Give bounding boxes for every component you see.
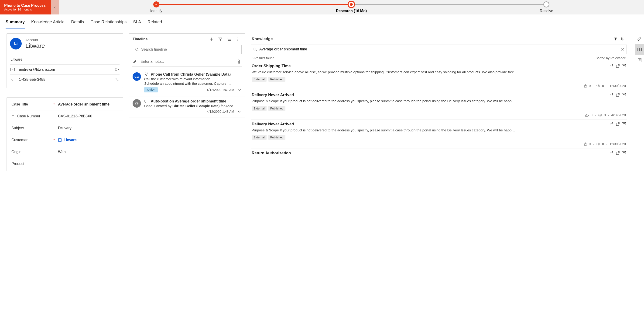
thumbs-up-icon[interactable]: [584, 84, 587, 88]
knowledge-item-snippet: Purpose & Scope If your product is not d…: [252, 99, 626, 103]
popout-icon[interactable]: [616, 64, 620, 68]
stage-label: Research (16 Mo): [336, 9, 367, 13]
chevron-left-icon: ‹: [54, 5, 56, 10]
stage-label: Identify: [150, 9, 162, 13]
knowledge-item[interactable]: Order Shipping TimeWe value customer ser…: [251, 61, 627, 90]
eye-icon: [598, 114, 602, 116]
timeline-search[interactable]: [132, 45, 242, 54]
knowledge-search-input[interactable]: [259, 47, 618, 51]
close-icon: [621, 48, 624, 51]
svg-point-7: [136, 103, 138, 104]
account-label: Account: [26, 38, 45, 42]
knowledge-item[interactable]: Delivery Never ArrivedPurpose & Scope If…: [251, 119, 627, 148]
timeline-more-button[interactable]: [235, 36, 241, 43]
timeline-item[interactable]: Auto-post on Average order shipment time…: [129, 96, 245, 117]
svg-point-4: [238, 39, 238, 40]
case-field-case-title[interactable]: Case Title*Average order shipment time: [7, 98, 123, 110]
mail-icon[interactable]: [622, 64, 626, 68]
field-value: ---: [58, 162, 118, 166]
knowledge-title: Knowledge: [252, 37, 612, 41]
building-icon: [58, 138, 62, 142]
svg-point-15: [600, 114, 600, 115]
knowledge-sort-button[interactable]: [619, 36, 625, 42]
field-value[interactable]: Litware: [58, 138, 118, 142]
account-link[interactable]: Litware: [10, 57, 22, 61]
required-indicator: *: [54, 138, 55, 142]
timeline-add-button[interactable]: [208, 36, 214, 43]
send-mail-icon[interactable]: [115, 68, 119, 71]
tab-details[interactable]: Details: [71, 18, 84, 29]
chevron-down-icon[interactable]: [238, 110, 241, 113]
link-article-icon[interactable]: [610, 93, 614, 97]
knowledge-item[interactable]: Delivery Never ArrivedPurpose & Scope If…: [251, 90, 627, 119]
case-field-customer[interactable]: Customer*Litware: [7, 134, 123, 146]
account-phone[interactable]: 1-425-555-3455: [19, 77, 112, 82]
svg-rect-0: [11, 68, 15, 71]
knowledge-item-title: Return Authorization: [252, 151, 608, 155]
lock-icon: [12, 115, 14, 118]
tab-sla[interactable]: SLA: [133, 18, 141, 29]
chevron-down-icon[interactable]: [238, 89, 241, 91]
timeline-item-line: Case: Created by Christa Geller (Sample …: [144, 104, 241, 108]
rail-button[interactable]: [635, 33, 644, 44]
case-field-subject[interactable]: SubjectDelivery: [7, 122, 123, 134]
timeline-item[interactable]: CGPhone Call from Christa Geller (Sample…: [129, 70, 245, 96]
tab-knowledge-article[interactable]: Knowledge Article: [31, 18, 64, 29]
timeline-filter-button[interactable]: [217, 36, 224, 43]
timeline-note-input[interactable]: [140, 60, 234, 64]
thumbs-up-icon[interactable]: [585, 113, 589, 117]
knowledge-item[interactable]: Return Authorization: [251, 148, 627, 158]
process-title[interactable]: Phone to Case Process Active for 16 mont…: [0, 0, 51, 15]
timeline-expand-button[interactable]: [226, 36, 232, 43]
mail-icon[interactable]: [622, 93, 626, 97]
knowledge-filter-button[interactable]: [612, 36, 619, 42]
knowledge-chip: Published: [268, 135, 286, 140]
link-article-icon[interactable]: [610, 151, 614, 155]
knowledge-search[interactable]: [251, 45, 627, 54]
popout-icon[interactable]: [616, 122, 620, 126]
svg-point-12: [598, 85, 599, 86]
process-stage-identify[interactable]: Identify: [59, 0, 254, 15]
avatar: [132, 99, 141, 108]
timeline-item-line: Schedule an appointment with the custome…: [144, 81, 241, 85]
field-label: Case Title: [12, 102, 28, 106]
timeline-item-title: Phone Call from Christa Geller (Sample D…: [151, 72, 231, 77]
attachment-icon[interactable]: [238, 60, 241, 64]
link-article-icon[interactable]: [610, 122, 614, 126]
account-card: Li Account Litware Litware andrewr@litwa…: [6, 33, 123, 88]
tab-case-relationships[interactable]: Case Relationships: [90, 18, 126, 29]
knowledge-item-title: Delivery Never Arrived: [252, 93, 608, 97]
tab-related[interactable]: Related: [148, 18, 162, 29]
mail-icon[interactable]: [622, 151, 626, 155]
more-vertical-icon: [238, 37, 238, 41]
svg-point-9: [254, 48, 256, 50]
clear-search-button[interactable]: [621, 48, 624, 51]
pencil-icon: [133, 60, 137, 64]
account-email[interactable]: andrewr@litware.com: [19, 67, 111, 72]
case-field-product[interactable]: Product---: [7, 158, 123, 170]
rail-button[interactable]: [635, 55, 644, 66]
case-field-case-number[interactable]: Case NumberCAS-01213-P8B3X0: [7, 110, 123, 122]
thumbs-up-icon[interactable]: [584, 142, 587, 146]
field-label: Subject: [12, 126, 24, 130]
process-stages: IdentifyResearch (16 Mo)Resolve: [59, 0, 644, 15]
link-article-icon[interactable]: [610, 64, 614, 68]
filter-icon: [614, 37, 618, 41]
knowledge-item-title: Order Shipping Time: [252, 64, 608, 68]
timeline-note-input-row[interactable]: [132, 57, 242, 67]
wrench-icon: [638, 37, 642, 41]
process-back-button[interactable]: ‹: [51, 0, 59, 15]
mail-icon[interactable]: [622, 122, 626, 126]
account-name[interactable]: Litware: [26, 42, 45, 50]
knowledge-chip: External: [252, 77, 266, 82]
process-stage-resolve[interactable]: Resolve: [449, 0, 644, 15]
tab-summary[interactable]: Summary: [6, 18, 25, 29]
rail-button[interactable]: [635, 44, 644, 55]
timeline-search-input[interactable]: [141, 47, 238, 52]
popout-icon[interactable]: [616, 93, 620, 97]
call-icon[interactable]: [115, 78, 119, 81]
svg-point-6: [136, 48, 138, 50]
case-field-origin[interactable]: OriginWeb: [7, 146, 123, 158]
popout-icon[interactable]: [616, 151, 620, 155]
process-stage-research[interactable]: Research (16 Mo): [254, 0, 449, 15]
